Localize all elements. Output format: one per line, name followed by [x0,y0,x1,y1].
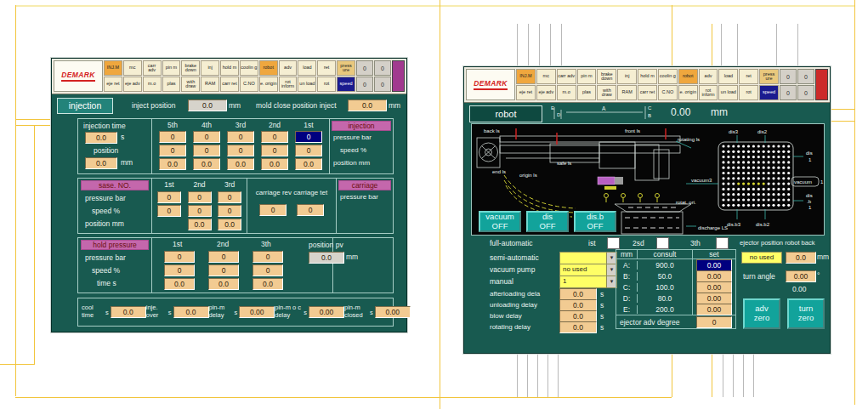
toolbar-rot-inform-button[interactable]: rot inform [699,85,718,100]
toolbar-brake-button[interactable]: brake down [597,69,616,84]
hold-pressure-field[interactable]: 0 [208,251,239,263]
toolbar-mc-button[interactable]: mc [536,69,556,84]
set-field[interactable]: 0.00 [696,304,732,315]
blow-delay-field[interactable]: 0.0 [559,310,597,322]
semi-automatic-select[interactable]: ▾ [559,252,617,264]
hold-speed-field[interactable]: 0 [164,264,195,276]
toolbar-e-origin-button[interactable]: e. origin [678,85,698,100]
toolbar-load-button[interactable]: load [718,69,738,84]
inj-pressure-field-selected[interactable]: 0 [295,131,322,143]
toolbar-withdraw-button[interactable]: with draw [597,85,616,100]
inje-over-field[interactable]: 0.0 [173,306,209,318]
inj-pressure-field[interactable]: 0 [227,131,254,143]
toolbar-eje-ret-button[interactable]: eje ret [104,77,122,92]
cool-time-field[interactable]: 0.0 [111,306,146,318]
set-field-selected[interactable]: 0.00 [696,259,732,271]
carriage-ret-field[interactable]: 0 [297,204,324,216]
hold-pressure-field[interactable]: 0 [252,251,283,263]
inj-position-field[interactable]: 0.0 [261,158,288,170]
position-field[interactable]: 0.0 [85,157,117,169]
inject-position-field[interactable]: 0.0 [188,99,227,111]
toolbar-mo-button[interactable]: m.o [557,85,576,100]
no-used-badge[interactable]: no used [741,252,782,264]
toolbar-plas-button[interactable]: plas [162,77,181,92]
inj-position-field[interactable]: 0.0 [295,158,322,170]
toolbar-cooling-button[interactable]: coolin g [240,60,258,76]
toolbar-unload-button[interactable]: un load [298,77,316,92]
toolbar-eje-ret-button[interactable]: eje ret [516,85,536,100]
toolbar-ram-button[interactable]: RAM [617,85,637,100]
toolbar-e-origin-button[interactable]: e. origin [259,77,278,92]
toolbar-pressure-button[interactable]: press ure [337,60,355,76]
toolbar-pin-m-button[interactable]: pin m [577,69,597,84]
toolbar-inj-button[interactable]: inj [201,60,219,76]
toolbar-speed-button[interactable]: speed [337,77,355,92]
page-nav-button[interactable] [815,69,828,100]
turn-angle-field[interactable]: 0.00 [786,270,816,282]
toolbar-cno-button[interactable]: C.NO [240,77,258,92]
set-field[interactable]: 0.00 [696,270,732,282]
tab-robot[interactable]: robot [469,105,542,122]
hold-speed-field[interactable]: 0 [252,264,283,276]
set-field[interactable]: 0.00 [696,281,732,293]
dis-toggle-button[interactable]: disOFF [526,211,569,232]
page-nav-button[interactable] [392,60,405,92]
toolbar-carr-ret-button[interactable]: carr ret [220,77,239,92]
toolbar-robot-button[interactable]: robot [678,69,698,84]
toolbar-hold-button[interactable]: hold m [638,69,657,84]
carriage-rev-field[interactable]: 0 [259,204,286,216]
check-3th-box[interactable] [716,237,729,249]
sase-position-field[interactable]: 0.0 [218,219,241,230]
toolbar-adv-button[interactable]: adv [279,60,298,76]
disb-toggle-button[interactable]: dis.bOFF [574,211,616,232]
toolbar-carr-adv-button[interactable]: carr adv [557,69,576,84]
toolbar-cno-button[interactable]: C.NO [658,85,678,100]
ejector-position-field[interactable]: 0.0 [786,252,816,264]
sase-speed-field[interactable]: 0 [188,205,212,217]
hold-time-field[interactable]: 0.0 [208,278,239,290]
toolbar-adv-button[interactable]: adv [699,69,718,84]
pin-m-closed-field[interactable]: 0.00 [375,306,411,318]
check-1st-box[interactable] [607,237,620,249]
hold-time-field[interactable]: 0.0 [252,278,283,290]
toolbar-mc-button[interactable]: mc [123,60,142,76]
toolbar-eje-adv-button[interactable]: eje adv [536,85,556,100]
toolbar-ram-button[interactable]: RAM [201,77,219,92]
toolbar-inj-button[interactable]: inj [617,69,637,84]
toolbar-inj-m-button[interactable]: INJ.M [104,60,122,76]
manual-select[interactable]: 1▾ [559,276,617,288]
mold-close-field[interactable]: 0.0 [348,99,387,111]
toolbar-rot-button[interactable]: rot [739,85,758,100]
toolbar-cooling-button[interactable]: coolin g [658,69,678,84]
toolbar-pressure-button[interactable]: press ure [759,69,779,84]
toolbar-carr-ret-button[interactable]: carr ret [638,85,657,100]
pin-m-oc-delay-field[interactable]: 0.00 [309,306,344,318]
adv-zero-button[interactable]: advzero [743,298,780,329]
check-2sd-box[interactable] [656,237,669,249]
hold-pressure-field[interactable]: 0 [164,251,195,263]
inj-speed-field[interactable]: 0 [295,145,322,156]
sase-speed-field[interactable]: 0 [218,205,241,217]
sase-pressure-field[interactable]: 0 [157,191,181,203]
afterloading-delay-field[interactable]: 0.0 [559,288,597,300]
toolbar-speed-button[interactable]: speed [759,85,779,100]
set-field[interactable]: 0.00 [696,293,732,304]
toolbar-robot-button[interactable]: robot [259,60,278,76]
inj-speed-field[interactable]: 0 [227,145,254,156]
toolbar-eje-adv-button[interactable]: eje adv [123,77,142,92]
ejector-adv-degree-field[interactable]: 0 [696,316,732,328]
rotating-delay-field[interactable]: 0.0 [559,321,597,333]
tab-injection[interactable]: injection [57,98,113,114]
toolbar-pin-m-button[interactable]: pin m [162,60,181,76]
inj-speed-field[interactable]: 0 [159,145,186,156]
inj-speed-field[interactable]: 0 [193,145,220,156]
unloading-delay-field[interactable]: 0.0 [559,299,597,311]
pin-m-delay-field[interactable]: 0.00 [239,306,275,318]
inj-position-field[interactable]: 0.0 [159,158,186,170]
inj-position-field[interactable]: 0.0 [227,158,254,170]
toolbar-rot-button[interactable]: rot [317,77,336,92]
sase-pressure-field[interactable]: 0 [188,191,212,203]
toolbar-hold-button[interactable]: hold m [220,60,239,76]
toolbar-ret-button[interactable]: ret [739,69,758,84]
toolbar-withdraw-button[interactable]: with draw [181,77,200,92]
